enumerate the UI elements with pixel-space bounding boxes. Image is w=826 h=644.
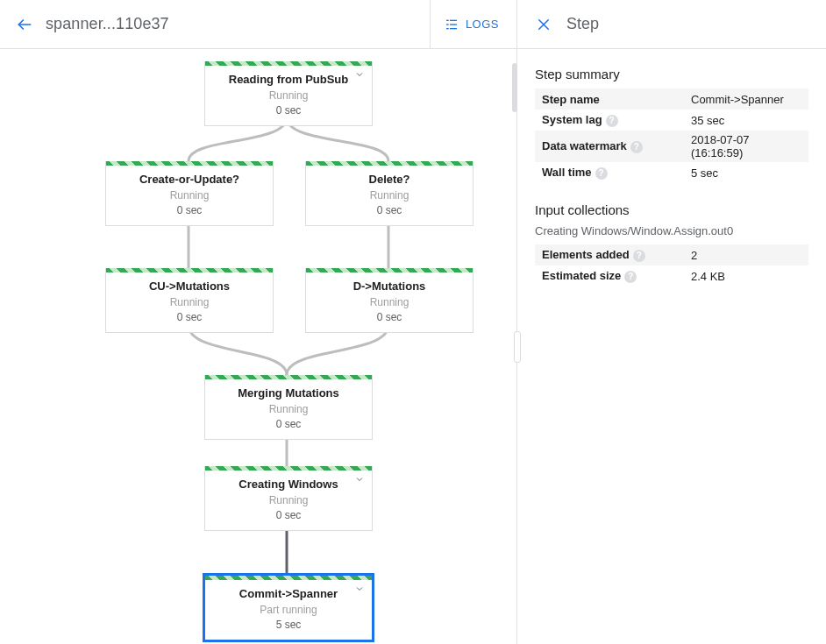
help-icon[interactable]: ? — [630, 141, 643, 153]
node-title: CU->Mutations — [111, 279, 267, 295]
chevron-down-icon[interactable] — [354, 474, 365, 487]
table-row: Estimated size? 2.4 KB — [535, 265, 808, 287]
main: Reading from PubSub Running 0 sec Create… — [0, 49, 826, 644]
logs-button[interactable]: LOGS — [430, 0, 516, 49]
help-icon[interactable]: ? — [595, 167, 608, 180]
node-status: Running — [210, 402, 367, 417]
node-status: Running — [111, 188, 267, 203]
row-value: 35 sec — [691, 114, 724, 127]
graph-edges — [0, 49, 516, 644]
input-collections-title: Input collections — [535, 202, 808, 217]
node-time: 0 sec — [111, 310, 267, 325]
node-time: 0 sec — [210, 103, 367, 118]
graph-node-read[interactable]: Reading from PubSub Running 0 sec — [204, 61, 373, 126]
row-key: Estimated size — [542, 269, 621, 282]
node-time: 0 sec — [311, 203, 467, 218]
node-title: Create-or-Update? — [111, 172, 267, 188]
graph-node-dmut[interactable]: D->Mutations Running 0 sec — [305, 268, 474, 333]
logs-icon — [445, 18, 459, 32]
graph-node-windows[interactable]: Creating Windows Running 0 sec — [204, 466, 373, 531]
node-status: Running — [311, 295, 467, 310]
row-key: Step name — [542, 93, 600, 106]
row-value: 2 — [691, 249, 697, 262]
side-panel-title: Step — [566, 15, 599, 33]
svg-rect-1 — [446, 19, 449, 20]
node-time: 5 sec — [210, 618, 367, 633]
node-title: Reading from PubSub — [210, 72, 367, 88]
row-value: 2.4 KB — [691, 270, 725, 283]
svg-rect-4 — [450, 24, 457, 25]
graph-node-commit[interactable]: Commit->Spanner Part running 5 sec — [203, 573, 374, 642]
help-icon[interactable]: ? — [624, 271, 637, 283]
row-key: System lag — [542, 113, 602, 126]
node-time: 0 sec — [210, 417, 367, 432]
input-collection-name: Creating Windows/Window.Assign.out0 — [535, 224, 808, 237]
logs-label: LOGS — [466, 18, 499, 31]
arrow-left-icon — [16, 16, 33, 33]
node-time: 0 sec — [111, 203, 267, 218]
table-row: System lag? 35 sec — [535, 110, 808, 131]
resize-handle[interactable] — [514, 331, 521, 363]
node-status: Running — [210, 88, 367, 103]
chevron-down-icon[interactable] — [354, 584, 365, 597]
row-key: Elements added — [542, 248, 630, 261]
node-status: Running — [210, 493, 367, 508]
svg-rect-6 — [450, 28, 457, 29]
node-title: Delete? — [311, 172, 467, 188]
svg-rect-5 — [446, 28, 449, 29]
row-value: 2018-07-07 (16:16:59) — [691, 133, 750, 159]
node-status: Part running — [210, 603, 367, 618]
node-status: Running — [111, 295, 267, 310]
close-button[interactable] — [526, 7, 561, 42]
side-panel: Step summary Step name Commit->Spanner S… — [517, 49, 826, 644]
job-title: spanner...110e37 — [46, 15, 169, 33]
help-icon[interactable]: ? — [633, 250, 645, 262]
table-row: Step name Commit->Spanner — [535, 88, 808, 110]
chevron-down-icon[interactable] — [354, 69, 365, 82]
node-time: 0 sec — [311, 310, 467, 325]
graph-node-delete[interactable]: Delete? Running 0 sec — [305, 161, 474, 226]
graph-node-merge[interactable]: Merging Mutations Running 0 sec — [204, 375, 373, 440]
node-title: D->Mutations — [311, 279, 467, 295]
topbar: spanner...110e37 LOGS Step — [0, 0, 826, 49]
row-key: Data watermark — [542, 139, 627, 152]
graph-node-cumut[interactable]: CU->Mutations Running 0 sec — [105, 268, 274, 333]
node-title: Commit->Spanner — [210, 586, 367, 603]
node-status: Running — [311, 188, 467, 203]
step-summary-title: Step summary — [535, 67, 808, 81]
side-panel-header: Step — [517, 7, 826, 42]
topbar-left: spanner...110e37 — [0, 7, 430, 42]
table-row: Wall time? 5 sec — [535, 162, 808, 183]
svg-rect-3 — [446, 24, 449, 25]
close-icon — [536, 17, 552, 32]
graph-node-create[interactable]: Create-or-Update? Running 0 sec — [105, 161, 274, 226]
table-row: Data watermark? 2018-07-07 (16:16:59) — [535, 131, 808, 162]
back-button[interactable] — [7, 7, 42, 42]
node-title: Merging Mutations — [210, 386, 367, 402]
node-title: Creating Windows — [210, 477, 367, 493]
step-summary-table: Step name Commit->Spanner System lag? 35… — [535, 88, 808, 183]
node-time: 0 sec — [210, 508, 367, 523]
row-key: Wall time — [542, 166, 592, 179]
help-icon[interactable]: ? — [606, 115, 618, 127]
row-value: Commit->Spanner — [691, 93, 784, 106]
row-value: 5 sec — [691, 166, 718, 180]
table-row: Elements added? 2 — [535, 244, 808, 265]
graph-canvas[interactable]: Reading from PubSub Running 0 sec Create… — [0, 49, 517, 644]
input-collections-table: Elements added? 2 Estimated size? 2.4 KB — [535, 244, 808, 287]
svg-rect-2 — [450, 19, 457, 20]
